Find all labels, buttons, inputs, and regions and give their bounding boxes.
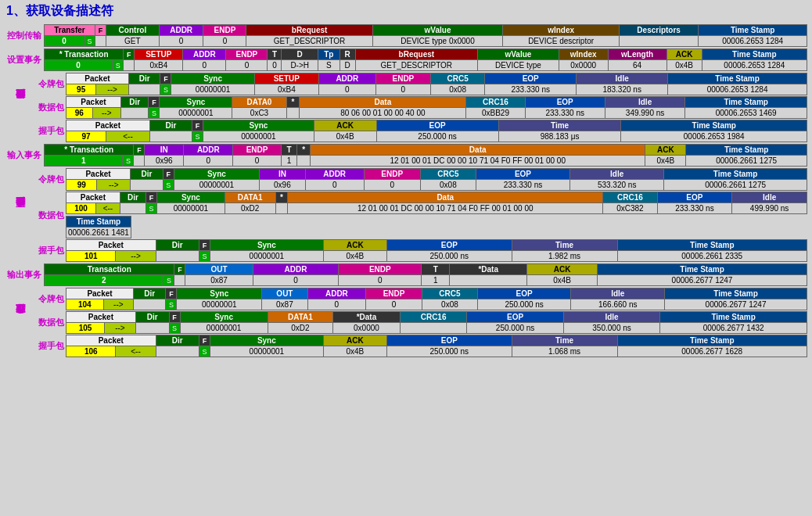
input-transaction-label: 输入事务 [5, 144, 44, 167]
setup-transaction-table: * Transaction F SETUP ADDR ENDP T D Tp R… [44, 48, 807, 71]
handshake-pkg-3: 握手包 Packet Dir F Sync ACK EOP Time Time … [36, 335, 807, 357]
setup-transaction-label: 设置事务 [5, 48, 44, 71]
setup-transaction-section: 设置事务 * Transaction F SETUP ADDR ENDP T D… [5, 48, 807, 71]
control-transfer-table: Transfer F Control ADDR ENDP bRequest wV… [44, 24, 807, 47]
token-pkg-3: 令牌包 Packet Dir F Sync OUT ADDR ENDP CRC5 [36, 288, 807, 310]
initial-setup-label: 初始设置步骤 [5, 73, 36, 142]
token-pkg-2-label: 令牌包 [36, 168, 66, 191]
selectable-data-label: 可选数据步骤 [5, 168, 36, 262]
output-transaction-label: 输出事务 [5, 263, 44, 286]
status-info-label: 状态信息步骤 [5, 288, 36, 357]
data-pkg-2: 数据包 Packet Dir F Sync DATA1 * Data CRC16 [36, 192, 807, 238]
input-transaction-section: 输入事务 * Transaction F IN ADDR ENDP T * Da… [5, 144, 807, 167]
data-pkg-3: 数据包 Packet Dir F Sync DATA1 *Data CRC16 … [36, 311, 807, 334]
handshake-pkg-3-label: 握手包 [36, 335, 66, 357]
handshake-pkg-1: 握手包 Packet Dir F Sync ACK EOP Time Time … [36, 120, 807, 142]
token-pkg-1: 令牌包 Packet Dir F Sync SETUP ADDR ENDP CR… [36, 73, 807, 95]
data-pkg-1-label: 数据包 [36, 96, 66, 119]
initial-setup-section: 初始设置步骤 令牌包 Packet Dir F Sync SETUP ADDR … [5, 73, 807, 142]
data-pkg-1: 数据包 Packet Dir F Sync DATA0 * Data CRC16 [36, 96, 807, 119]
data-pkg-2-label: 数据包 [36, 192, 66, 238]
handshake-pkg-2: 握手包 Packet Dir F Sync ACK EOP Time Time … [36, 239, 807, 262]
status-info-section: 状态信息步骤 令牌包 Packet Dir F Sync OUT ADDR EN… [5, 288, 807, 357]
handshake-pkg-2-label: 握手包 [36, 239, 66, 262]
control-transfer-section: 控制传输 Transfer F Control ADDR ENDP bReque… [5, 24, 807, 47]
data-pkg-3-label: 数据包 [36, 311, 66, 334]
output-transaction-section: 输出事务 Transaction F OUT ADDR ENDP T *Data… [5, 263, 807, 286]
page-title: 1、获取设备描述符 [0, 0, 812, 23]
handshake-pkg-1-label: 握手包 [36, 120, 66, 142]
selectable-data-section: 可选数据步骤 令牌包 Packet Dir F Sync IN ADDR END… [5, 168, 807, 262]
token-pkg-1-label: 令牌包 [36, 73, 66, 95]
token-pkg-3-label: 令牌包 [36, 288, 66, 310]
token-pkg-2: 令牌包 Packet Dir F Sync IN ADDR ENDP CRC5 … [36, 168, 807, 191]
control-transfer-label: 控制传输 [5, 24, 44, 47]
